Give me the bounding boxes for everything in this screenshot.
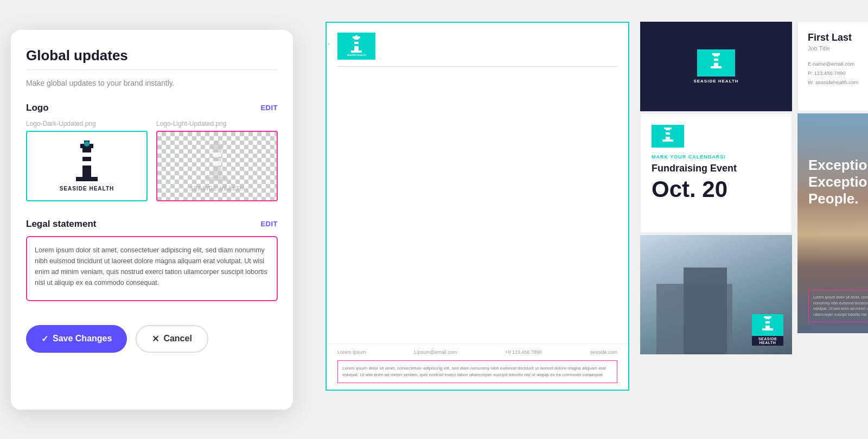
save-changes-button[interactable]: ✓ Save Changes xyxy=(26,325,127,353)
svg-rect-35 xyxy=(764,316,771,318)
svg-rect-34 xyxy=(765,323,770,326)
footer-phone: +0 123.456.7890 xyxy=(505,349,542,355)
dark-card-logo xyxy=(697,49,735,77)
svg-rect-5 xyxy=(76,177,98,181)
letterhead-container: SEASIDE HEALTH Lorem Ipsum Lipsum@email.… xyxy=(326,22,629,391)
x-icon: ✕ xyxy=(152,334,159,344)
footer-name: Lorem Ipsum xyxy=(337,349,366,355)
footer-email: Lipsum@email.com xyxy=(414,349,457,355)
footer-web: seaside.com xyxy=(590,349,617,355)
photo-logo: SEASIDE HEALTH xyxy=(752,314,783,346)
ad-legal: Lorem ipsum dolor sit amet, consectetuer… xyxy=(808,290,868,322)
svg-rect-28 xyxy=(666,130,670,132)
save-label: Save Changes xyxy=(53,334,112,343)
svg-rect-19 xyxy=(355,35,358,37)
dark-logo-filename: Logo-Dark-Updated.png xyxy=(26,120,148,128)
right-column: SEASIDE HEALTH MARK YOUR CALENDARS! Fund… xyxy=(640,22,792,354)
svg-rect-33 xyxy=(765,319,770,321)
biz-phone: P: 123.456.7890 xyxy=(808,68,868,78)
svg-rect-30 xyxy=(664,128,672,129)
far-right-column: First Last Job Title E-name@email.com P:… xyxy=(797,22,868,333)
logo-section-header: Logo EDIT xyxy=(26,103,278,113)
svg-text:SEASIDE HEALTH: SEASIDE HEALTH xyxy=(347,54,366,56)
legal-section-header: Legal statement EDIT xyxy=(26,219,278,230)
event-logo-svg xyxy=(658,128,678,145)
svg-text:SEASIDE HEALTH: SEASIDE HEALTH xyxy=(190,186,245,192)
cancel-label: Cancel xyxy=(163,334,192,343)
logo-edit-link[interactable]: EDIT xyxy=(260,104,278,112)
light-logo-filename: Logo-Light-Updated.png xyxy=(156,120,278,128)
dark-logo-svg: SEASIDE HEALTH xyxy=(54,136,119,196)
panel-subtitle: Make global updates to your brand instan… xyxy=(26,79,278,87)
biz-website: W: seasidehealth.com xyxy=(808,78,868,87)
letterhead-legal: Lorem ipsum dolor sit amet, consectetuer… xyxy=(337,360,617,383)
svg-rect-17 xyxy=(354,44,359,46)
letterhead-body xyxy=(327,67,628,343)
svg-point-6 xyxy=(84,141,90,147)
letterhead-logo-svg: SEASIDE HEALTH xyxy=(344,35,368,57)
light-logo-svg: SEASIDE HEALTH xyxy=(184,136,250,196)
photo-logo-text: SEASIDE HEALTH xyxy=(752,336,783,346)
checkmark-icon: ✓ xyxy=(41,334,48,344)
letterhead-footer: Lorem Ipsum Lipsum@email.com +0 123.456.… xyxy=(327,343,628,360)
svg-rect-9 xyxy=(213,152,221,157)
panel-divider xyxy=(26,69,278,70)
biz-email: E-name@email.com xyxy=(808,59,868,68)
event-date: Oct. 20 xyxy=(652,176,781,202)
legal-text: Lorem ipsum dolor sit amet, consectetuer… xyxy=(342,366,606,377)
svg-rect-2 xyxy=(82,161,91,166)
photo-card: SEASIDE HEALTH xyxy=(640,235,792,354)
logo-section-title: Logo xyxy=(26,103,49,113)
logo-row: Logo-Dark-Updated.png xyxy=(26,120,278,201)
svg-rect-10 xyxy=(213,161,221,166)
svg-rect-36 xyxy=(762,328,773,330)
svg-text:SEASIDE HEALTH: SEASIDE HEALTH xyxy=(60,186,114,192)
ad-card: SEASIDE HEALTH Exceptional Care. Excepti… xyxy=(797,113,868,333)
building-shape2 xyxy=(684,268,727,354)
preview-area: SEASIDE HEALTH Lorem Ipsum Lipsum@email.… xyxy=(282,11,857,428)
svg-rect-22 xyxy=(714,54,718,66)
svg-rect-1 xyxy=(82,152,91,157)
svg-rect-16 xyxy=(354,40,359,42)
ad-title: Exceptional Care. Exceptional People. xyxy=(808,157,868,208)
photo-logo-box xyxy=(752,314,783,336)
svg-rect-26 xyxy=(711,66,722,68)
business-card: First Last Job Title E-name@email.com P:… xyxy=(797,22,868,111)
dark-card-logo-svg xyxy=(705,53,727,73)
dark-card-brand: SEASIDE HEALTH xyxy=(693,79,738,84)
letterhead-header: SEASIDE HEALTH xyxy=(327,23,628,66)
svg-rect-11 xyxy=(210,144,224,148)
event-label: MARK YOUR CALENDARS! xyxy=(652,154,781,160)
svg-rect-24 xyxy=(714,61,718,63)
cancel-button[interactable]: ✕ Cancel xyxy=(136,325,208,353)
svg-rect-31 xyxy=(662,139,673,142)
photo-logo-svg xyxy=(758,316,777,334)
light-logo-box: SEASIDE HEALTH xyxy=(156,131,278,201)
event-card: MARK YOUR CALENDARS! Fundraising Event O… xyxy=(640,113,792,233)
svg-rect-29 xyxy=(666,135,670,137)
button-row: ✓ Save Changes ✕ Cancel xyxy=(26,325,278,353)
event-card-logo xyxy=(652,125,684,148)
dark-logo-item: Logo-Dark-Updated.png xyxy=(26,120,148,201)
letterhead-preview: SEASIDE HEALTH Lorem Ipsum Lipsum@email.… xyxy=(327,23,628,390)
svg-rect-13 xyxy=(206,177,228,181)
legal-edit-link[interactable]: EDIT xyxy=(260,220,278,228)
biz-contact: E-name@email.com P: 123.456.7890 W: seas… xyxy=(808,59,868,87)
biz-name: First Last xyxy=(808,32,868,43)
legal-textarea[interactable]: Lorem ipsum dolor sit amet, consectetuer… xyxy=(26,236,278,301)
letterhead-logo-box: SEASIDE HEALTH xyxy=(337,33,375,60)
svg-rect-25 xyxy=(712,53,720,55)
dark-logo-card: SEASIDE HEALTH xyxy=(640,22,792,111)
ad-legal-text: Lorem ipsum dolor sit amet, consectetuer… xyxy=(813,295,868,316)
global-updates-panel: Global updates Make global updates to yo… xyxy=(11,30,293,410)
ad-title-wrapper: Exceptional Care. Exceptional People. xyxy=(808,157,868,208)
panel-title: Global updates xyxy=(26,47,278,64)
legal-section-title: Legal statement xyxy=(26,219,96,230)
dark-logo-box: SEASIDE HEALTH xyxy=(26,131,148,201)
biz-title: Job Title xyxy=(808,45,868,52)
svg-rect-20 xyxy=(351,50,362,53)
event-title: Fundraising Event xyxy=(652,163,781,174)
cyan-line-1 xyxy=(328,43,329,44)
photo-card-inner: SEASIDE HEALTH xyxy=(640,235,792,354)
svg-rect-12 xyxy=(214,141,220,144)
